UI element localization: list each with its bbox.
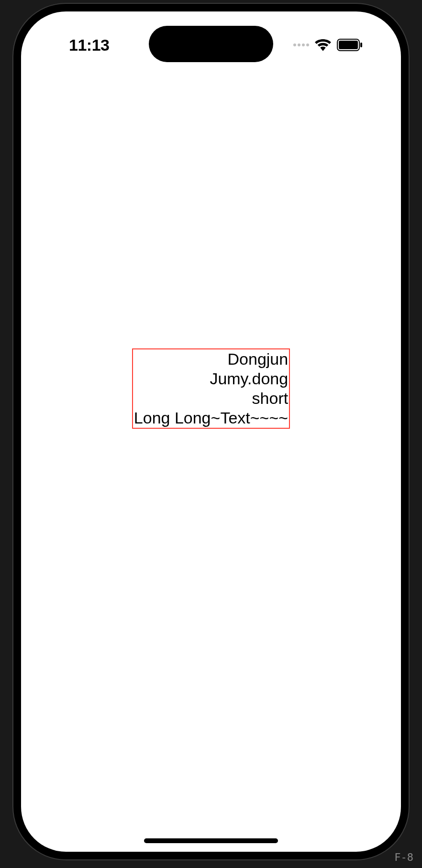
text-line: short [251,389,289,408]
cellular-signal-icon [293,43,309,46]
svg-rect-1 [339,41,358,49]
status-time: 11:13 [69,36,109,54]
bordered-text-container: Dongjun Jumy.dong short Long Long~Text~~… [132,348,290,428]
svg-rect-2 [360,43,362,47]
wifi-icon [315,39,331,51]
text-line: Long Long~Text~~~~ [133,408,289,428]
home-indicator[interactable] [144,838,278,843]
battery-icon [337,39,363,51]
phone-screen: 11:13 Dongjun [21,11,401,852]
main-content-area: Dongjun Jumy.dong short Long Long~Text~~… [21,11,401,852]
dynamic-island [149,26,273,62]
status-indicators [293,39,363,51]
phone-device-frame: 11:13 Dongjun [13,4,409,859]
encoding-label: F-8 [394,851,413,863]
text-line: Jumy.dong [209,369,289,389]
text-line: Dongjun [227,349,289,369]
